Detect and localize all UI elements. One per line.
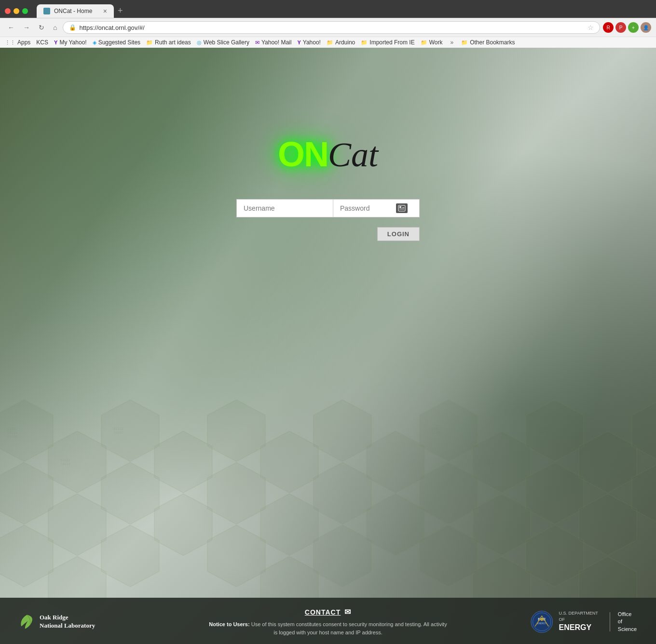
logo-cat-text: Cat [328,135,378,174]
footer: Oak Ridge National Laboratory CONTACT ✉ … [0,598,656,644]
notice-body: Use of this system constitutes consent t… [251,621,447,635]
svg-text:01110: 01110 [485,459,495,463]
maximize-button[interactable] [22,8,28,14]
login-button[interactable]: LOGIN [377,227,420,241]
svg-marker-30 [526,400,584,462]
bookmark-work-label: Work [429,39,443,46]
hex-svg: 01001 10110 01100 01011 10010 01101 1000… [0,258,656,617]
tab-close-button[interactable]: × [103,7,107,15]
svg-marker-16 [260,431,318,493]
nav-bar: ← → ↻ ⌂ 🔒 https://oncat.ornl.gov/#/ ☆ R … [0,18,656,37]
svg-marker-17 [260,494,318,556]
folder-icon-1: 📁 [146,40,153,46]
close-button[interactable] [5,8,11,14]
lock-icon: 🔒 [69,24,76,31]
bookmark-otherbookmarks[interactable]: 📁 Other Bookmarks [461,39,515,46]
svg-marker-26 [420,525,478,587]
svg-text:01101: 01101 [113,428,123,431]
footer-ornl-section: Oak Ridge National Laboratory [19,614,125,630]
bookmark-yahoomail[interactable]: ✉ Yahoo! Mail [255,39,291,46]
address-bar[interactable]: 🔒 https://oncat.ornl.gov/#/ ☆ [63,21,600,34]
forward-button[interactable]: → [20,23,33,32]
logo-on-text: ON [278,135,328,174]
ornl-logo: Oak Ridge National Laboratory [19,614,95,630]
bookmark-kcs[interactable]: KCS [36,39,48,46]
home-button[interactable]: ⌂ [50,23,60,32]
svg-text:01011: 01011 [591,459,601,463]
notice-bold: Notice to Users: [209,621,249,627]
svg-marker-23 [367,494,424,556]
ornl-name-text: Oak Ridge National Laboratory [40,614,95,630]
bookmark-webslice[interactable]: ◎ Web Slice Gallery [197,39,249,46]
bookmark-apps[interactable]: ⋮⋮ Apps [5,39,30,46]
ornl-leaf-icon [19,614,35,630]
svg-text:ENERGY: ENERGY [537,622,547,625]
yahoo2-icon: Y [297,40,301,45]
svg-point-61 [540,618,543,621]
bookmark-star-icon[interactable]: ☆ [588,24,594,31]
new-tab-button[interactable]: + [114,4,127,18]
svg-text:01100: 01100 [7,435,17,439]
traffic-lights [5,8,28,14]
password-input[interactable] [333,200,396,217]
ie-icon: ◈ [93,40,96,46]
extension-icon-2[interactable]: P [615,22,626,33]
password-field-container [333,199,420,217]
back-button[interactable]: ← [5,23,17,32]
svg-marker-11 [154,431,212,493]
bookmark-ruthartideas[interactable]: 📁 Ruth art ideas [146,39,191,46]
bookmark-arduino-label: Arduino [335,39,355,46]
active-tab[interactable]: ONCat - Home × [37,4,114,18]
login-area: ONCat LOGIN [236,134,420,241]
svg-marker-4 [48,431,106,493]
bookmark-myyahoo[interactable]: Y My Yahoo! [54,39,87,46]
bookmark-kcs-label: KCS [36,39,48,46]
svg-marker-6 [101,400,159,462]
extension-icon-1[interactable]: R [603,22,614,33]
svg-text:10100: 10100 [485,463,495,467]
svg-marker-13 [207,400,265,462]
yahoomail-icon: ✉ [255,40,260,46]
username-input[interactable] [236,199,333,217]
bookmark-importedfromie[interactable]: 📁 Imported From IE [361,39,414,46]
extension-icon-3[interactable]: + [628,22,639,33]
contact-link[interactable]: CONTACT ✉ [305,607,351,617]
doe-office-label: Office of [618,611,637,626]
doe-dept-label: U.S. DEPARTMENT OF [559,610,602,622]
contact-label: CONTACT [305,608,341,616]
bookmark-importedfromie-label: Imported From IE [369,39,414,46]
svg-text:01011: 01011 [60,459,70,463]
bookmarks-more[interactable]: » [450,39,453,46]
doe-text: U.S. DEPARTMENT OF ENERGY [559,610,602,633]
minimize-button[interactable] [14,8,19,14]
svg-marker-5 [48,494,106,556]
svg-marker-3 [0,463,53,524]
bookmark-yahoo[interactable]: Y Yahoo! [297,39,321,46]
svg-text:10010: 10010 [60,463,70,467]
footer-divider [610,612,610,631]
bookmark-suggested[interactable]: ◈ Suggested Sites [93,39,140,46]
svg-marker-12 [154,494,212,556]
bookmark-apps-label: Apps [17,39,30,46]
notice-text: Notice to Users: Use of this system cons… [207,620,449,636]
bookmark-yahoo-label: Yahoo! [303,39,321,46]
bookmark-arduino[interactable]: 📁 Arduino [327,39,355,46]
bookmark-work[interactable]: 📁 Work [421,39,443,46]
doe-science-label: Science [618,626,637,633]
logo-container: ONCat [278,134,378,175]
svg-marker-21 [314,525,371,587]
svg-rect-54 [399,206,401,208]
refresh-button[interactable]: ↻ [36,23,47,32]
svg-marker-7 [101,463,159,524]
address-text: https://oncat.ornl.gov/#/ [79,24,585,31]
main-content: 01001 10110 01100 01011 10010 01101 1000… [0,48,656,644]
svg-marker-34 [579,494,637,556]
svg-marker-20 [314,463,371,524]
bookmark-yahoomail-label: Yahoo! Mail [261,39,291,46]
user-avatar[interactable]: 👤 [641,22,651,33]
footer-center-section: CONTACT ✉ Notice to Users: Use of this s… [125,607,531,636]
login-btn-row: LOGIN [236,227,420,241]
bookmark-suggested-label: Suggested Sites [98,39,140,46]
email-icon: ✉ [344,607,351,617]
folder-icon-5: 📁 [461,40,468,46]
